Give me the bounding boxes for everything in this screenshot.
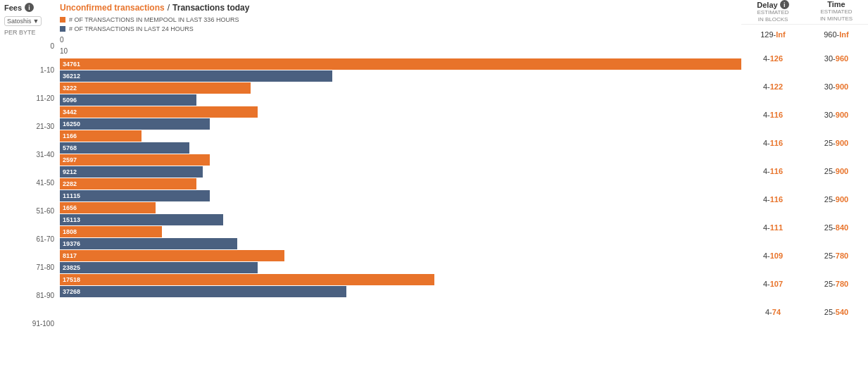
bar-group-91-100: 17518 37268 xyxy=(60,274,741,297)
zero-line-0: 0 xyxy=(60,35,741,46)
right-panel: Delay i ESTIMATED IN BLOCKS Time ESTIMAT… xyxy=(741,0,868,367)
right-row-zero: 129-Inf 960-Inf xyxy=(741,25,868,44)
fees-text: Fees xyxy=(4,4,22,12)
time-sub1: ESTIMATED xyxy=(805,8,868,15)
bar-orange-31-40: 1166 xyxy=(60,130,141,142)
bar-group-31-40: 1166 5768 xyxy=(60,130,741,154)
bar-group-1-10: 34761 36212 xyxy=(60,58,741,82)
bar-blue-label-91-100: 37268 xyxy=(63,288,80,295)
chart-area: 0 10 34761 36212 3222 5096 xyxy=(60,35,741,367)
fee-range-81-90: 81-90 xyxy=(0,281,60,309)
bar-group-21-30: 3442 16250 xyxy=(60,106,741,130)
delay-info-icon[interactable]: i xyxy=(780,0,789,9)
bar-blue-11-20: 5096 xyxy=(60,94,196,106)
bar-orange-label-21-30: 3442 xyxy=(63,108,77,116)
right-row-21-30: 4-116 30-900 xyxy=(741,101,868,129)
time-val-61-70: 25-840 xyxy=(805,223,868,232)
time-val-21-30: 30-900 xyxy=(805,111,868,119)
bar-blue-31-40: 5768 xyxy=(60,142,189,154)
unconfirmed-link[interactable]: Unconfirmed transactions xyxy=(60,3,165,13)
delay-val-11-20: 4-122 xyxy=(741,82,805,91)
bar-orange-label-51-60: 2282 xyxy=(63,180,77,187)
bar-group-51-60: 2282 11115 xyxy=(60,178,741,201)
bar-blue-label-41-50: 9212 xyxy=(63,168,77,175)
bar-orange-1-10: 34761 xyxy=(60,58,741,70)
page-header: Unconfirmed transactions / Transactions … xyxy=(60,0,741,14)
bar-orange-label-31-40: 1166 xyxy=(63,132,77,139)
per-byte-label: PER BYTE xyxy=(0,29,60,36)
bar-blue-label-21-30: 16250 xyxy=(63,120,80,127)
right-row-81-90: 4-107 25-780 xyxy=(741,270,868,298)
right-row-1-10: 4-126 30-960 xyxy=(741,44,868,73)
bar-blue-label-81-90: 23825 xyxy=(63,264,80,271)
dropdown-icon: ▼ xyxy=(33,18,39,25)
right-row-31-40: 4-116 25-900 xyxy=(741,129,868,157)
bar-group-61-70: 1656 15113 xyxy=(60,202,741,225)
unit-selector[interactable]: Satoshis ▼ xyxy=(4,16,42,26)
bar-group-71-80: 1808 19376 xyxy=(60,226,741,249)
time-sub2: IN MINUTES xyxy=(805,15,868,23)
legend-blue-dot xyxy=(60,26,65,32)
bar-orange-label-11-20: 3222 xyxy=(63,85,77,92)
bar-group-41-50: 2597 9212 xyxy=(60,154,741,178)
right-row-91-100: 4-74 25-540 xyxy=(741,298,868,326)
fees-info-icon[interactable]: i xyxy=(25,3,34,12)
delay-val-71-80: 4-109 xyxy=(741,251,805,260)
right-row-61-70: 4-111 25-840 xyxy=(741,213,868,242)
delay-val-51-60: 4-116 xyxy=(741,195,805,204)
bar-orange-41-50: 2597 xyxy=(60,154,210,166)
fee-range-11-20: 11-20 xyxy=(0,84,60,112)
delay-val-31-40: 4-116 xyxy=(741,139,805,147)
bar-blue-label-11-20: 5096 xyxy=(63,97,77,104)
right-row-51-60: 4-116 25-900 xyxy=(741,185,868,213)
fee-range-21-30: 21-30 xyxy=(0,112,60,140)
legend-orange-dot xyxy=(60,17,65,23)
bar-group-11-20: 3222 5096 xyxy=(60,82,741,106)
bar-blue-41-50: 9212 xyxy=(60,166,203,178)
delay-val-1-10: 4-126 xyxy=(741,54,805,63)
legend-blue-text: # OF TRANSACTIONS IN LAST 24 HOURS xyxy=(69,25,194,34)
bar-orange-91-100: 17518 xyxy=(60,274,434,285)
bar-orange-label-41-50: 2597 xyxy=(63,156,77,163)
zero-line-10: 10 xyxy=(60,46,741,57)
time-val-71-80: 25-780 xyxy=(805,251,868,260)
bar-blue-51-60: 11115 xyxy=(60,190,210,201)
time-val-91-100: 25-540 xyxy=(805,308,868,316)
time-val-1-10: 30-960 xyxy=(805,54,868,63)
bar-blue-91-100: 37268 xyxy=(60,286,346,297)
time-column-header: Time ESTIMATED IN MINUTES xyxy=(805,0,868,23)
fee-range-zero: 0 xyxy=(0,36,60,56)
bar-orange-label-81-90: 8117 xyxy=(63,252,77,259)
bar-blue-61-70: 15113 xyxy=(60,214,223,225)
delay-val-21-30: 4-116 xyxy=(741,111,805,119)
time-val-81-90: 25-780 xyxy=(805,280,868,288)
bar-blue-label-61-70: 15113 xyxy=(63,216,80,223)
header-separator: / xyxy=(168,3,170,13)
unit-label: Satoshis xyxy=(7,18,32,25)
bar-orange-label-1-10: 34761 xyxy=(63,61,80,68)
delay-val-zero: 129-Inf xyxy=(741,30,805,39)
bar-orange-51-60: 2282 xyxy=(60,178,196,189)
bar-orange-61-70: 1656 xyxy=(60,202,156,213)
bar-orange-21-30: 3442 xyxy=(60,106,258,118)
transactions-today-link[interactable]: Transactions today xyxy=(172,3,249,13)
zero-section: 0 10 xyxy=(60,35,741,58)
bar-blue-label-71-80: 19376 xyxy=(63,240,80,247)
time-val-31-40: 25-900 xyxy=(805,139,868,147)
bar-blue-21-30: 16250 xyxy=(60,118,210,130)
delay-val-41-50: 4-116 xyxy=(741,167,805,175)
bar-blue-71-80: 19376 xyxy=(60,238,237,249)
right-row-11-20: 4-122 30-900 xyxy=(741,73,868,101)
delay-sub1: ESTIMATED xyxy=(741,9,805,16)
bar-blue-label-31-40: 5768 xyxy=(63,144,77,151)
time-val-51-60: 25-900 xyxy=(805,195,868,204)
delay-val-91-100: 4-74 xyxy=(741,308,805,316)
legend-orange: # OF TRANSACTIONS IN MEMPOOL IN LAST 336… xyxy=(60,15,741,25)
fee-range-1-10: 1-10 xyxy=(0,56,60,84)
delay-val-81-90: 4-107 xyxy=(741,280,805,288)
delay-title: Delay xyxy=(757,1,777,9)
time-val-zero: 960-Inf xyxy=(805,30,868,39)
delay-column-header: Delay i ESTIMATED IN BLOCKS xyxy=(741,0,805,23)
right-header: Delay i ESTIMATED IN BLOCKS Time ESTIMAT… xyxy=(741,0,868,25)
delay-sub2: IN BLOCKS xyxy=(741,16,805,23)
